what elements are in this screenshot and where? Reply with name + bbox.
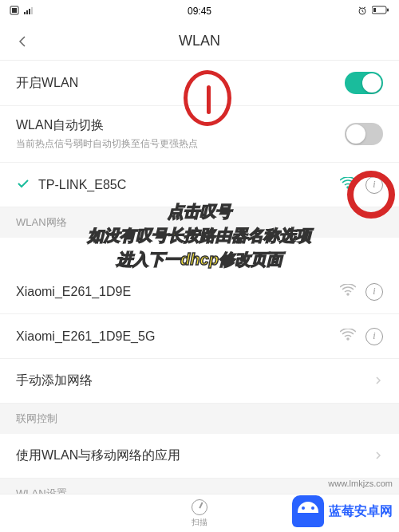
app-control-label: 使用WLAN与移动网络的应用	[16, 447, 373, 464]
chevron-right-icon	[373, 374, 383, 388]
info-button[interactable]: i	[365, 283, 383, 301]
section-networks: WLAN网络	[0, 207, 399, 238]
watermark-logo: 蓝莓安卓网	[292, 495, 393, 527]
wlan-enable-row[interactable]: 开启WLAN	[0, 61, 399, 106]
watermark-brand: 蓝莓安卓网	[329, 503, 393, 520]
network-row[interactable]: Xiaomi_E261_1D9E_5G i	[0, 314, 399, 359]
manual-add-label: 手动添加网络	[16, 372, 373, 389]
manual-add-row[interactable]: 手动添加网络	[0, 359, 399, 404]
svg-rect-4	[29, 9, 30, 14]
check-icon	[16, 176, 32, 194]
header: WLAN	[0, 22, 399, 61]
page-title: WLAN	[32, 33, 367, 49]
info-button[interactable]: i	[365, 176, 383, 194]
scan-icon	[192, 499, 207, 515]
wifi-icon	[340, 284, 356, 300]
svg-rect-2	[24, 12, 26, 14]
sim-icon	[10, 6, 19, 18]
svg-rect-3	[26, 10, 28, 14]
back-button[interactable]	[13, 32, 32, 51]
watermark-url: www.lmkjzs.com	[328, 479, 393, 488]
wlan-enable-toggle[interactable]	[345, 72, 383, 94]
network-row[interactable]: Xiaomi_E261_1D9E i	[0, 270, 399, 314]
alarm-icon	[358, 6, 367, 18]
svg-rect-5	[31, 7, 33, 14]
connected-network-row[interactable]: TP-LINK_E85C i	[0, 163, 399, 207]
auto-switch-label: WLAN自动切换	[16, 117, 345, 134]
app-control-row[interactable]: 使用WLAN与移动网络的应用	[0, 434, 399, 479]
scan-label: 扫描	[192, 517, 207, 528]
connected-ssid: TP-LINK_E85C	[38, 178, 340, 192]
auto-switch-toggle[interactable]	[345, 123, 383, 145]
wifi-icon	[340, 329, 356, 345]
android-icon	[292, 495, 324, 527]
wifi-icon	[340, 177, 356, 193]
svg-rect-8	[387, 9, 389, 12]
auto-switch-sub: 当前热点信号弱时自动切换至信号更强热点	[16, 137, 345, 151]
section-control: 联网控制	[0, 404, 399, 434]
svg-rect-1	[12, 8, 17, 13]
status-bar: 09:45	[0, 0, 399, 22]
network-ssid: Xiaomi_E261_1D9E	[16, 285, 340, 299]
chevron-left-icon	[15, 34, 30, 49]
network-ssid: Xiaomi_E261_1D9E_5G	[16, 329, 340, 344]
info-button[interactable]: i	[365, 328, 383, 345]
status-time: 09:45	[188, 6, 211, 17]
svg-rect-9	[373, 8, 376, 12]
battery-icon	[372, 6, 389, 17]
wlan-enable-label: 开启WLAN	[16, 75, 345, 92]
signal-icon	[24, 6, 35, 17]
chevron-right-icon	[373, 449, 383, 463]
auto-switch-row[interactable]: WLAN自动切换 当前热点信号弱时自动切换至信号更强热点	[0, 106, 399, 163]
